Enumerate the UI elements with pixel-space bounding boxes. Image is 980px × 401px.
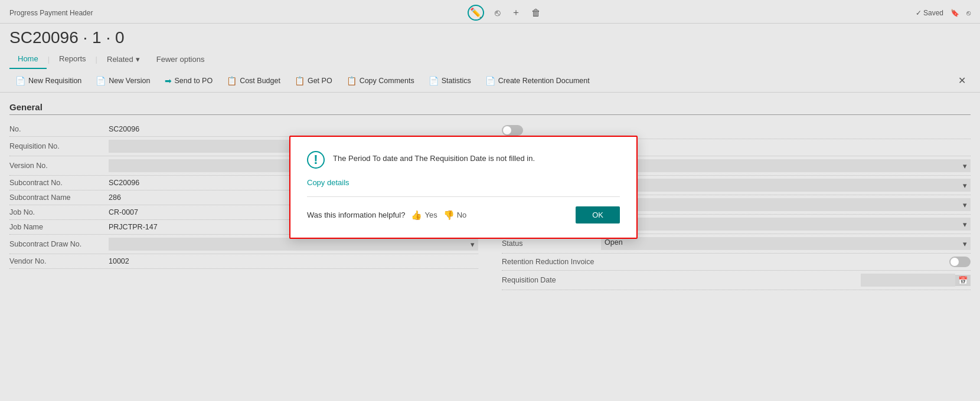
dialog-message-row: ! The Period To date and The Requisition… bbox=[307, 151, 620, 169]
delete-icon[interactable]: 🗑 bbox=[531, 8, 541, 18]
field-job-name-label: Job Name bbox=[9, 223, 104, 231]
new-version-label: New Version bbox=[109, 77, 150, 85]
status-label: Status bbox=[502, 239, 596, 248]
app-title: Progress Payment Header bbox=[9, 9, 93, 17]
new-requisition-icon: 📄 bbox=[15, 76, 25, 86]
statistics-label: Statistics bbox=[442, 77, 471, 85]
arch-contact-value bbox=[601, 218, 959, 231]
field-no-value: SC20096 bbox=[109, 125, 478, 133]
copy-details-link[interactable]: Copy details bbox=[307, 178, 620, 187]
cost-budget-button[interactable]: 📋 Cost Budget bbox=[221, 73, 286, 88]
subcontract-draw-value bbox=[109, 238, 467, 251]
copy-comments-icon: 📋 bbox=[347, 76, 357, 86]
get-po-label: Get PO bbox=[308, 77, 332, 85]
helpful-section: Was this information helpful? 👍 Yes 👎 No bbox=[307, 210, 466, 221]
yes-button[interactable]: 👍 Yes bbox=[411, 210, 437, 221]
new-version-icon: 📄 bbox=[96, 76, 106, 86]
send-to-po-icon: ➡ bbox=[165, 76, 172, 86]
field-requisition-no-label: Requisition No. bbox=[9, 142, 104, 150]
tab-fewer-options[interactable]: Fewer options bbox=[148, 50, 213, 68]
status-select[interactable]: Open ▾ bbox=[601, 237, 971, 250]
retention-icon: 📄 bbox=[485, 76, 495, 86]
thumbs-up-icon: 👍 bbox=[411, 210, 422, 221]
saved-status: ✓ Saved bbox=[916, 9, 943, 17]
requisition-date-input[interactable] bbox=[861, 274, 955, 287]
tab-reports[interactable]: Reports bbox=[51, 50, 94, 69]
create-retention-document-button[interactable]: 📄 Create Retention Document bbox=[479, 73, 596, 88]
nav-tabs: Home | Reports | Related ▾ Fewer options bbox=[0, 50, 980, 69]
field-version-no-label: Version No. bbox=[9, 162, 104, 170]
toolbar-icons: ✏️ ⎋ ＋ 🗑 bbox=[468, 5, 541, 21]
share-icon[interactable]: ⎋ bbox=[495, 8, 501, 18]
tab-home[interactable]: Home bbox=[9, 50, 47, 69]
helpful-question: Was this information helpful? bbox=[307, 211, 405, 219]
copy-comments-label: Copy Comments bbox=[360, 77, 414, 85]
expand-icon[interactable]: ⎋ bbox=[966, 9, 971, 17]
dialog-info-icon: ! bbox=[307, 151, 325, 169]
chevron-down-icon: ▾ bbox=[959, 162, 971, 170]
dialog-message-text: The Period To date and The Requisition D… bbox=[333, 151, 535, 165]
field-subcontract-no-label: Subcontract No. bbox=[9, 179, 104, 187]
copy-comments-button[interactable]: 📋 Copy Comments bbox=[341, 73, 420, 88]
get-po-button[interactable]: 📋 Get PO bbox=[289, 73, 338, 88]
edit-icon[interactable]: ✏️ bbox=[468, 5, 484, 21]
right-requisition-date-row: Requisition Date 📅 bbox=[502, 271, 971, 290]
no-button[interactable]: 👎 No bbox=[443, 210, 467, 221]
arch-contact-select[interactable]: ▾ bbox=[601, 218, 971, 231]
record-title: SC20096 · 1 · 0 bbox=[0, 24, 980, 50]
general-section-title: General bbox=[9, 102, 971, 115]
yes-label: Yes bbox=[424, 211, 437, 219]
thumbs-down-icon: 👎 bbox=[443, 210, 455, 221]
bookmark-icon[interactable]: 🔖 bbox=[950, 9, 959, 17]
tab-related[interactable]: Related ▾ bbox=[99, 50, 148, 68]
cost-budget-icon: 📋 bbox=[227, 76, 237, 86]
field-job-no-label: Job No. bbox=[9, 208, 104, 216]
field-vendor-no: Vendor No. 10002 bbox=[9, 254, 478, 269]
chevron-down-icon: ▾ bbox=[959, 220, 971, 229]
top-bar-right: ✓ Saved 🔖 ⎋ bbox=[916, 9, 971, 17]
field-no-label: No. bbox=[9, 125, 104, 133]
retention-toggle[interactable] bbox=[949, 257, 971, 267]
send-to-po-label: Send to PO bbox=[175, 77, 213, 85]
toggle-1[interactable] bbox=[502, 125, 523, 136]
chevron-down-icon: ▾ bbox=[959, 239, 971, 248]
ok-button[interactable]: OK bbox=[576, 206, 620, 223]
create-retention-label: Create Retention Document bbox=[498, 77, 590, 85]
field-no: No. SC20096 bbox=[9, 122, 478, 137]
new-version-button[interactable]: 📄 New Version bbox=[90, 73, 156, 88]
add-icon[interactable]: ＋ bbox=[511, 6, 521, 19]
field-vendor-no-label: Vendor No. bbox=[9, 257, 104, 265]
field-vendor-no-value: 10002 bbox=[109, 257, 478, 265]
statistics-button[interactable]: 📄 Statistics bbox=[423, 73, 477, 88]
statistics-icon: 📄 bbox=[429, 76, 439, 86]
status-value: Open bbox=[601, 237, 959, 250]
field-subcontract-draw-no-label: Subcontract Draw No. bbox=[9, 240, 104, 248]
new-requisition-label: New Requisition bbox=[28, 77, 81, 85]
requisition-date-label: Requisition Date bbox=[502, 276, 596, 284]
retention-label: Retention Reduction Invoice bbox=[502, 258, 596, 266]
no-label: No bbox=[457, 211, 467, 219]
tab-divider: | bbox=[48, 55, 50, 64]
field-subcontract-name-label: Subcontract Name bbox=[9, 193, 104, 202]
dialog-footer: Was this information helpful? 👍 Yes 👎 No… bbox=[307, 206, 620, 223]
chevron-down-icon: ▾ bbox=[467, 240, 478, 249]
get-po-icon: 📋 bbox=[295, 76, 305, 86]
action-bar-close-icon[interactable]: ✕ bbox=[953, 73, 971, 88]
right-retention-row: Retention Reduction Invoice bbox=[502, 254, 971, 271]
tab-divider2: | bbox=[96, 55, 97, 64]
send-to-po-button[interactable]: ➡ Send to PO bbox=[159, 73, 219, 88]
error-dialog: ! The Period To date and The Requisition… bbox=[289, 136, 638, 239]
subcontract-draw-select[interactable]: ▾ bbox=[109, 238, 478, 251]
chevron-down-icon: ▾ bbox=[959, 181, 971, 190]
cost-budget-label: Cost Budget bbox=[240, 77, 280, 85]
new-requisition-button[interactable]: 📄 New Requisition bbox=[9, 73, 87, 88]
action-bar: 📄 New Requisition 📄 New Version ➡ Send t… bbox=[0, 69, 980, 93]
calendar-icon[interactable]: 📅 bbox=[955, 275, 971, 286]
dialog-divider bbox=[307, 196, 620, 197]
chevron-down-icon: ▾ bbox=[136, 55, 140, 64]
related-label: Related bbox=[107, 55, 133, 64]
chevron-down-icon: ▾ bbox=[959, 200, 971, 209]
